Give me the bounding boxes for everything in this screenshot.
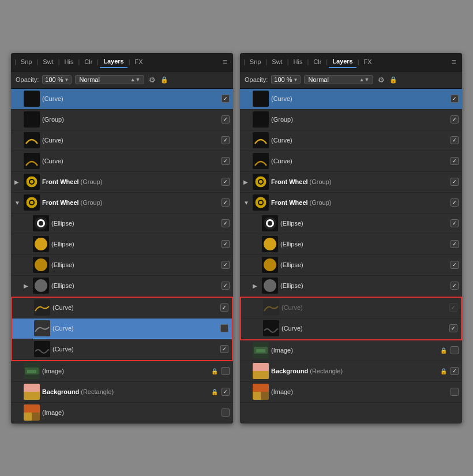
layer-visibility-checkbox[interactable] (222, 157, 230, 165)
layer-row[interactable]: ▶Front Wheel (Group) (11, 172, 233, 193)
layer-visibility-checkbox[interactable] (222, 408, 230, 417)
layer-row[interactable]: (Ellipse) (240, 234, 462, 255)
layer-row[interactable]: (Ellipse) (240, 255, 462, 276)
layer-visibility-checkbox[interactable] (222, 178, 230, 186)
layer-row[interactable]: (Curve) (12, 339, 232, 360)
layer-visibility-checkbox[interactable] (222, 219, 230, 227)
layer-row[interactable]: (Ellipse) (240, 213, 462, 234)
blend-mode-label: Normal (79, 76, 99, 83)
layer-row[interactable]: ▼Front Wheel (Group) (11, 193, 233, 213)
layer-row[interactable]: (Group) (11, 110, 233, 130)
svg-point-27 (268, 221, 272, 226)
expand-arrow[interactable]: ▶ (14, 179, 21, 185)
tab-snp[interactable]: Snp (17, 56, 36, 68)
blend-mode-select[interactable]: Normal▲▼ (75, 75, 144, 84)
tab-swt[interactable]: Swt (39, 56, 57, 68)
layer-row[interactable]: Background (Rectangle)🔒 (11, 382, 233, 403)
layer-row[interactable]: (Group) (240, 110, 462, 130)
layer-thumbnail (263, 320, 279, 336)
layer-name: (Image) (42, 409, 219, 416)
layer-visibility-checkbox[interactable] (451, 261, 459, 269)
svg-point-21 (259, 180, 262, 183)
expand-arrow[interactable]: ▼ (243, 200, 250, 206)
layer-visibility-checkbox[interactable] (451, 95, 459, 103)
layer-name: (Group) (271, 116, 448, 123)
layer-row[interactable]: Background (Rectangle)🔒 (240, 361, 462, 382)
layer-row[interactable]: ▶Front Wheel (Group) (240, 172, 462, 193)
layer-visibility-checkbox[interactable] (222, 388, 230, 396)
layer-row[interactable]: (Curve) (12, 318, 232, 339)
expand-arrow[interactable]: ▼ (14, 200, 21, 206)
lock-icon[interactable]: 🔒 (389, 76, 397, 84)
layer-visibility-checkbox[interactable] (451, 282, 459, 290)
layer-row[interactable]: ▶(Ellipse) (240, 276, 462, 297)
gear-icon[interactable]: ⚙ (378, 76, 385, 84)
tab-clr[interactable]: Clr (81, 56, 96, 68)
layer-row[interactable]: (Curve) (11, 151, 233, 172)
layer-row[interactable]: (Curve) (11, 130, 233, 151)
layer-row[interactable]: (Image)🔒 (240, 340, 462, 361)
layer-visibility-checkbox[interactable] (451, 178, 459, 186)
layer-visibility-checkbox[interactable] (451, 219, 459, 227)
layer-visibility-checkbox[interactable] (222, 95, 230, 103)
layer-visibility-checkbox[interactable] (451, 115, 459, 123)
layer-visibility-checkbox[interactable] (222, 240, 230, 248)
tab-clr[interactable]: Clr (310, 56, 325, 68)
layer-row[interactable]: (Image) (11, 403, 233, 423)
layer-row[interactable]: (Image) (240, 382, 462, 403)
panel-menu-button[interactable]: ≡ (448, 55, 460, 69)
layer-visibility-checkbox[interactable] (451, 136, 459, 144)
layer-visibility-checkbox[interactable] (222, 367, 230, 375)
layer-visibility-checkbox[interactable] (222, 136, 230, 144)
layer-visibility-checkbox[interactable] (222, 261, 230, 269)
panel-menu-button[interactable]: ≡ (219, 55, 231, 69)
opacity-value[interactable]: 100 %▼ (271, 75, 301, 84)
tab-his[interactable]: His (61, 56, 77, 68)
lock-icon[interactable]: 🔒 (160, 76, 168, 84)
layer-row[interactable]: ▼Front Wheel (Group) (240, 193, 462, 213)
layer-visibility-checkbox[interactable] (451, 240, 459, 248)
layer-visibility-checkbox[interactable] (220, 324, 228, 332)
layer-name: (Curve) (271, 137, 448, 144)
layer-row[interactable]: (Ellipse) (11, 213, 233, 234)
layer-visibility-checkbox[interactable] (451, 388, 459, 396)
tab-layers[interactable]: Layers (329, 55, 356, 68)
tab-separator: | (287, 58, 289, 65)
expand-arrow[interactable]: ▶ (24, 283, 31, 289)
layer-name: (Curve) (281, 304, 447, 311)
opacity-row: Opacity:100 %▼Normal▲▼⚙🔒 (11, 72, 233, 89)
blend-mode-select[interactable]: Normal▲▼ (304, 75, 373, 84)
tab-layers[interactable]: Layers (100, 55, 127, 68)
tab-swt[interactable]: Swt (268, 56, 286, 68)
tab-snp[interactable]: Snp (246, 56, 265, 68)
layer-row[interactable]: (Curve) (240, 130, 462, 151)
tab-his[interactable]: His (290, 56, 306, 68)
layer-visibility-checkbox[interactable] (449, 303, 457, 312)
layer-visibility-checkbox[interactable] (451, 198, 459, 207)
tab-fx[interactable]: FX (361, 56, 376, 68)
gear-icon[interactable]: ⚙ (149, 76, 156, 84)
layer-visibility-checkbox[interactable] (222, 115, 230, 123)
layer-row[interactable]: (Curve) (12, 298, 232, 318)
layer-row[interactable]: (Ellipse) (11, 255, 233, 276)
layer-row[interactable]: (Curve) (240, 89, 462, 110)
expand-arrow[interactable]: ▶ (243, 179, 250, 185)
tab-fx[interactable]: FX (132, 56, 147, 68)
expand-arrow[interactable]: ▶ (253, 283, 260, 289)
layer-row[interactable]: (Curve) (11, 89, 233, 110)
opacity-value[interactable]: 100 %▼ (42, 75, 72, 84)
layer-row[interactable]: (Curve) (241, 318, 461, 339)
layer-row[interactable]: (Curve) (240, 151, 462, 172)
layer-visibility-checkbox[interactable] (222, 282, 230, 290)
layer-visibility-checkbox[interactable] (451, 346, 459, 354)
layer-visibility-checkbox[interactable] (449, 324, 457, 332)
layer-visibility-checkbox[interactable] (451, 367, 459, 375)
layer-row[interactable]: ▶(Ellipse) (11, 276, 233, 297)
layer-visibility-checkbox[interactable] (220, 345, 228, 353)
layer-row[interactable]: (Curve) (241, 298, 461, 318)
layer-row[interactable]: (Ellipse) (11, 234, 233, 255)
layer-visibility-checkbox[interactable] (451, 157, 459, 165)
layer-visibility-checkbox[interactable] (222, 198, 230, 207)
layer-visibility-checkbox[interactable] (220, 303, 228, 312)
layer-row[interactable]: (Image)🔒 (11, 361, 233, 382)
